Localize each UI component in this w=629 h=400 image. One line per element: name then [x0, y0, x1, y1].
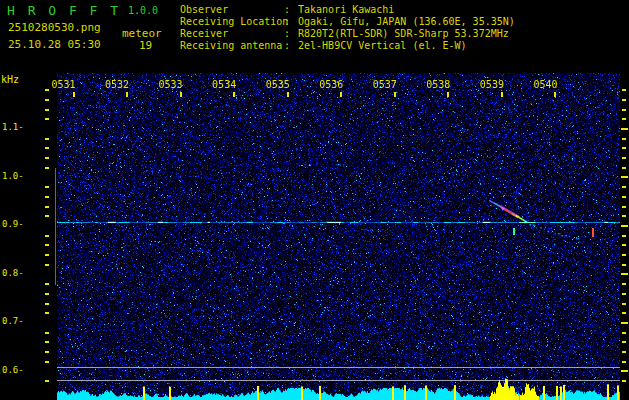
y-minor-tick-right — [622, 196, 626, 198]
y-minor-tick — [45, 332, 49, 334]
spectrogram-canvas — [57, 73, 620, 400]
y-axis-label: 1.0- — [2, 171, 32, 181]
y-minor-tick — [45, 215, 49, 217]
info-value: Ogaki, Gifu, JAPAN (136.60E, 35.35N) — [292, 16, 515, 27]
y-minor-tick-right — [622, 235, 626, 237]
info-colon: : — [284, 40, 292, 52]
y-axis-label: 1.1- — [2, 122, 32, 132]
y-minor-tick — [45, 264, 49, 266]
y-minor-tick-right — [622, 215, 626, 217]
y-major-tick-right — [621, 176, 628, 178]
y-axis-label: 0.9- — [2, 219, 32, 229]
info-row: Receiving Location: Ogaki, Gifu, JAPAN (… — [180, 16, 515, 28]
detection-band-line — [55, 168, 56, 285]
y-minor-tick — [45, 186, 49, 188]
y-minor-tick — [45, 147, 49, 149]
x-tick — [501, 92, 503, 97]
y-minor-tick — [45, 244, 49, 246]
x-axis-label: 0537 — [372, 79, 398, 90]
y-minor-tick-right — [622, 138, 626, 140]
info-label: Receiving Location — [180, 16, 284, 28]
y-minor-tick-right — [622, 186, 626, 188]
y-major-tick-right — [621, 225, 628, 227]
x-axis-label: 0533 — [158, 79, 184, 90]
y-minor-tick-right — [622, 361, 626, 363]
y-minor-tick — [45, 138, 49, 140]
x-tick — [126, 92, 128, 97]
info-row: Receiver: R820T2(RTL-SDR) SDR-Sharp 53.3… — [180, 28, 515, 40]
y-minor-tick — [45, 196, 49, 198]
info-value: Takanori Kawachi — [292, 4, 394, 15]
y-minor-tick-right — [622, 293, 626, 295]
y-minor-tick — [45, 109, 49, 111]
y-minor-tick-right — [622, 341, 626, 343]
y-major-tick-right — [621, 322, 628, 324]
info-colon: : — [284, 16, 292, 28]
y-minor-tick-right — [622, 254, 626, 256]
x-tick — [180, 92, 182, 97]
y-major-tick-right — [621, 128, 628, 130]
y-minor-tick — [45, 167, 49, 169]
info-value: 2el-HB9CV Vertical (el. E-W) — [292, 40, 467, 51]
info-value: R820T2(RTL-SDR) SDR-Sharp 53.372MHz — [292, 28, 509, 39]
y-minor-tick — [45, 380, 49, 382]
info-colon: : — [284, 28, 292, 40]
y-minor-tick-right — [622, 283, 626, 285]
y-minor-tick — [45, 118, 49, 120]
y-minor-tick — [45, 157, 49, 159]
app-title: H R O F F T — [7, 3, 121, 18]
x-tick — [287, 92, 289, 97]
x-axis-label: 0532 — [104, 79, 130, 90]
info-label: Observer — [180, 4, 284, 16]
x-tick — [447, 92, 449, 97]
y-minor-tick — [45, 89, 49, 91]
x-tick — [73, 92, 75, 97]
y-minor-tick-right — [622, 89, 626, 91]
x-axis-label: 0535 — [265, 79, 291, 90]
x-tick — [554, 92, 556, 97]
info-row: Observer: Takanori Kawachi — [180, 4, 515, 16]
y-minor-tick-right — [622, 157, 626, 159]
output-filename: 2510280530.png — [8, 21, 101, 34]
info-row: Receiving antenna: 2el-HB9CV Vertical (e… — [180, 40, 515, 52]
y-minor-tick — [45, 254, 49, 256]
x-axis-label: 0540 — [532, 79, 558, 90]
x-tick — [233, 92, 235, 97]
station-info-block: Observer: Takanori KawachiReceiving Loca… — [180, 4, 515, 52]
y-minor-tick — [45, 206, 49, 208]
y-minor-tick — [45, 99, 49, 101]
x-tick — [394, 92, 396, 97]
y-major-tick-right — [621, 273, 628, 275]
app-version: 1.0.0 — [128, 5, 158, 16]
y-minor-tick-right — [622, 380, 626, 382]
x-axis-label: 0538 — [425, 79, 451, 90]
y-minor-tick-right — [622, 264, 626, 266]
x-axis-label: 0534 — [211, 79, 237, 90]
y-major-tick-right — [621, 370, 628, 372]
y-minor-tick — [45, 293, 49, 295]
y-minor-tick — [45, 303, 49, 305]
y-minor-tick — [45, 312, 49, 314]
info-label: Receiver — [180, 28, 284, 40]
y-axis-unit: kHz — [1, 74, 19, 85]
info-colon: : — [284, 4, 292, 16]
y-minor-tick-right — [622, 332, 626, 334]
x-axis-label: 0536 — [318, 79, 344, 90]
y-minor-tick-right — [622, 147, 626, 149]
y-minor-tick-right — [622, 206, 626, 208]
y-minor-tick-right — [622, 118, 626, 120]
y-minor-tick — [45, 235, 49, 237]
y-minor-tick — [45, 341, 49, 343]
hrofft-output-image: H R O F F T 1.0.0 2510280530.png meteor … — [0, 0, 629, 400]
y-minor-tick-right — [622, 244, 626, 246]
y-minor-tick-right — [622, 109, 626, 111]
datetime-label: 25.10.28 05:30 — [8, 38, 101, 51]
y-minor-tick-right — [622, 99, 626, 101]
x-tick — [340, 92, 342, 97]
y-minor-tick — [45, 283, 49, 285]
y-minor-tick-right — [622, 312, 626, 314]
y-axis-label: 0.7- — [2, 316, 32, 326]
y-minor-tick-right — [622, 303, 626, 305]
y-minor-tick-right — [622, 167, 626, 169]
y-axis-label: 0.8- — [2, 268, 32, 278]
